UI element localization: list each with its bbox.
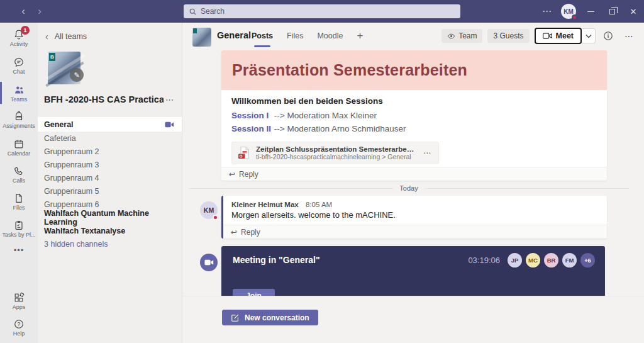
tab-posts[interactable]: Posts	[252, 23, 273, 49]
participant-overflow-badge[interactable]: +6	[580, 253, 595, 267]
channel-list: General Cafeteria Gruppenraum 2 Gruppenr…	[38, 117, 182, 250]
teams-icon	[13, 84, 25, 96]
edit-team-picture-button[interactable]: ✎	[70, 68, 84, 82]
channel-gruppenraum-3[interactable]: Gruppenraum 3	[38, 158, 182, 171]
channel-header: General Posts Files Moodle + Team 3 Gues…	[182, 23, 644, 49]
rail-item-calendar[interactable]: Calendar	[0, 138, 38, 157]
file-location: ti-bfh-2020-hscaspracticalmachinelearnin…	[256, 153, 415, 160]
channel-label: Gruppenraum 3	[44, 160, 99, 169]
rail-label: Assignments	[0, 123, 38, 129]
participant-avatar[interactable]: FM	[562, 253, 577, 267]
announcement-message: Präsentation Semesterarbeiten Willkommen…	[221, 50, 607, 181]
hidden-channels-label: 3 hidden channels	[44, 240, 108, 249]
meet-camera-icon	[543, 32, 552, 40]
restore-button[interactable]	[601, 0, 623, 23]
channel-team-avatar	[192, 28, 211, 47]
rail-item-help[interactable]: ? Help	[0, 318, 38, 337]
rail-item-activity[interactable]: 1 Activity	[0, 29, 38, 47]
back-icon[interactable]: ‹	[15, 5, 31, 18]
channel-general[interactable]: General	[38, 117, 182, 132]
session-1-line: Session I --> Moderation Max Kleiner	[231, 109, 597, 122]
channel-gruppenraum-5[interactable]: Gruppenraum 5	[38, 184, 182, 198]
file-icon	[13, 193, 25, 204]
tab-files[interactable]: Files	[287, 23, 303, 49]
rail-item-apps[interactable]: Apps	[0, 292, 38, 310]
message-author-avatar[interactable]: KM	[200, 201, 218, 219]
participant-avatar[interactable]: JP	[508, 253, 522, 267]
reply-button[interactable]: ↩ Reply	[223, 225, 607, 239]
title-bar: ‹ › Search ⋯ KM ✕	[0, 0, 644, 23]
participant-avatar[interactable]: MC	[526, 253, 540, 267]
guests-pill-label: 3 Guests	[493, 31, 523, 40]
rail-label: Apps	[0, 304, 38, 310]
rail-item-tasks[interactable]: Tasks by Pl...	[0, 220, 38, 238]
rail-label: Teams	[0, 96, 38, 103]
eye-icon	[447, 33, 455, 40]
announcement-heading: Willkommen bei den beiden Sessions	[231, 96, 597, 106]
tab-moodle[interactable]: Moodle	[317, 23, 343, 49]
search-input[interactable]: Search	[184, 4, 460, 18]
svg-text:?: ?	[18, 321, 21, 327]
file-more-options-icon[interactable]: ⋯	[421, 149, 433, 157]
calendar-icon	[13, 138, 25, 150]
hidden-channels-link[interactable]: 3 hidden channels	[38, 237, 182, 250]
meet-button[interactable]: Meet	[535, 28, 582, 44]
add-tab-button[interactable]: +	[357, 30, 363, 42]
participant-avatar[interactable]: BR	[544, 253, 558, 267]
announcement-banner: Präsentation Semesterarbeiten	[221, 50, 607, 90]
new-conversation-button[interactable]: New conversation	[222, 310, 318, 325]
file-attachment-card[interactable]: Zeitplan Schlusspräsentation Semesterarb…	[231, 142, 439, 164]
all-teams-back-button[interactable]: ‹ All teams	[38, 23, 182, 42]
channel-label: Cafeteria	[44, 134, 76, 143]
rail-label: Calls	[0, 177, 38, 184]
powerpoint-file-icon	[238, 146, 250, 160]
channel-info-button[interactable]	[601, 31, 616, 41]
message-body: Morgen allerseits. welcome to the mACHIN…	[223, 208, 607, 220]
rail-item-files[interactable]: Files	[0, 193, 38, 211]
channel-more-options-icon[interactable]: ⋯	[621, 31, 638, 41]
join-meeting-button[interactable]: Join	[233, 289, 275, 296]
reply-label: Reply	[241, 228, 260, 237]
presence-busy-dot	[572, 14, 577, 20]
team-logo-badge: B	[49, 53, 55, 61]
reply-button[interactable]: ↩ Reply	[221, 167, 607, 181]
user-avatar[interactable]: KM	[561, 4, 576, 19]
reply-label: Reply	[239, 170, 258, 179]
rail-item-teams[interactable]: Teams	[0, 84, 38, 103]
meet-button-label: Meet	[556, 31, 574, 40]
team-more-options-icon[interactable]: ⋯	[165, 95, 174, 104]
info-icon	[603, 31, 613, 41]
session-2-text: --> Moderation Arno Schmidhauser	[274, 124, 406, 133]
team-picture: B ✎	[48, 52, 80, 84]
settings-more-icon[interactable]: ⋯	[533, 6, 561, 17]
rail-item-assignments[interactable]: Assignments	[0, 111, 38, 129]
rail-label: Help	[0, 330, 38, 337]
meet-options-dropdown[interactable]	[582, 28, 596, 43]
team-visibility-pill[interactable]: Team	[441, 29, 482, 43]
channel-gruppenraum-4[interactable]: Gruppenraum 4	[38, 171, 182, 184]
rail-label: Chat	[0, 69, 38, 75]
close-button[interactable]: ✕	[623, 0, 644, 23]
rail-label: Files	[0, 205, 38, 211]
meeting-title: Meeting in "General"	[233, 255, 320, 265]
message-timestamp: 8:05 AM	[306, 201, 332, 208]
forward-icon[interactable]: ›	[31, 5, 48, 18]
rail-label: Tasks by Pl...	[0, 232, 38, 238]
minimize-button[interactable]	[580, 0, 601, 23]
channel-label: Gruppenraum 4	[44, 174, 99, 183]
apps-icon	[13, 292, 25, 303]
chevron-down-icon	[586, 34, 592, 38]
rail-item-more[interactable]: •••	[0, 244, 38, 256]
channel-wahlfach-quantum[interactable]: Wahlfach Quantum Machine Learning	[38, 211, 182, 224]
channel-gruppenraum-2[interactable]: Gruppenraum 2	[38, 145, 182, 158]
session-1-label: Session I	[231, 109, 272, 122]
meeting-timer: 03:19:06	[468, 256, 500, 265]
message-author: Kleiner Helmut Max	[231, 201, 299, 208]
posts-scroll-area[interactable]: Präsentation Semesterarbeiten Willkommen…	[182, 49, 644, 296]
channel-cafeteria[interactable]: Cafeteria	[38, 132, 182, 145]
rail-item-calls[interactable]: Calls	[0, 166, 38, 184]
rail-item-chat[interactable]: Chat	[0, 57, 38, 75]
channel-tabs: Posts Files Moodle +	[252, 23, 363, 49]
guests-pill[interactable]: 3 Guests	[487, 29, 529, 43]
reply-arrow-icon: ↩	[229, 170, 235, 179]
